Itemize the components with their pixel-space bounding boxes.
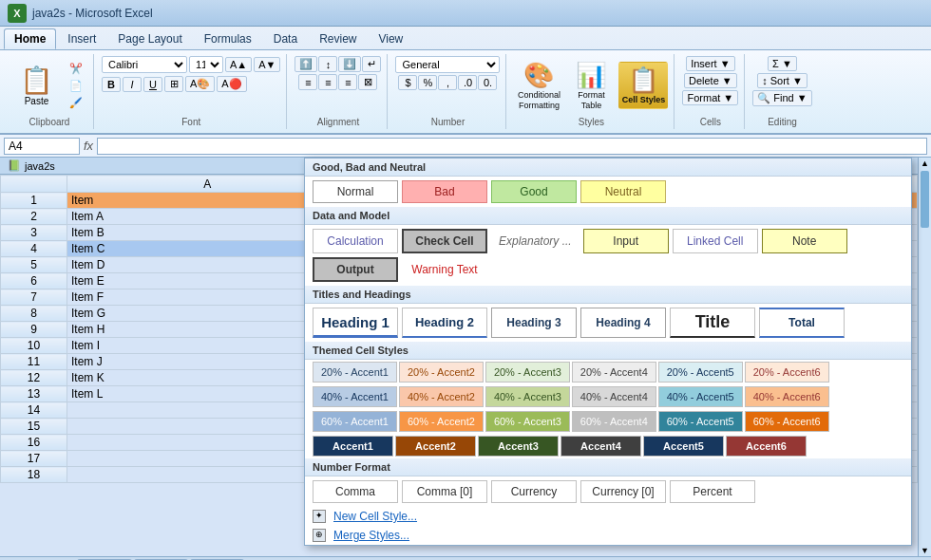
tab-review[interactable]: Review [309,28,367,49]
sort-filter-button[interactable]: ↕️ Sort ▼ [757,73,808,88]
align-middle-button[interactable]: ↕️ [318,56,337,72]
total-style[interactable]: Total [759,308,845,338]
bad-style[interactable]: Bad [402,180,487,203]
warning-text-style[interactable]: Warning Text [402,257,487,282]
accent3-20-style[interactable]: 20% - Accent3 [485,362,570,383]
tab-view[interactable]: View [368,28,413,49]
align-bottom-button[interactable]: ⬇️ [338,56,361,72]
vertical-scrollbar[interactable]: ▲ ▼ [918,158,931,556]
increase-decimal-button[interactable]: .0 [458,75,477,90]
accent4-60-style[interactable]: 60% - Accent4 [572,411,656,432]
accent2-20-style[interactable]: 20% - Accent2 [399,362,484,383]
comma-format-button[interactable]: , [438,75,457,90]
output-style[interactable]: Output [313,257,398,282]
calculation-style[interactable]: Calculation [313,229,398,253]
neutral-style[interactable]: Neutral [580,180,666,203]
percent-format-button[interactable]: % [418,75,437,90]
scroll-thumb[interactable] [921,171,929,228]
fill-color-button[interactable]: A🎨 [185,76,215,92]
decrease-font-button[interactable]: A▼ [254,57,280,72]
percent-num-style[interactable]: Percent [670,480,755,503]
tab-page-layout[interactable]: Page Layout [107,28,192,49]
wrap-text-button[interactable]: ↵ [362,56,381,72]
tab-home[interactable]: Home [4,28,56,49]
input-style[interactable]: Input [583,229,669,253]
accent1-style[interactable]: Accent1 [313,436,393,457]
cell-styles-button[interactable]: 📋 Cell Styles [618,62,668,109]
sum-button[interactable]: Σ ▼ [768,56,797,71]
currency-num-style[interactable]: Currency [491,480,577,503]
heading1-style[interactable]: Heading 1 [313,308,398,338]
accent5-60-style[interactable]: 60% - Accent5 [658,411,743,432]
comma0-num-style[interactable]: Comma [0] [402,480,487,503]
accent5-40-style[interactable]: 40% - Accent5 [658,386,743,407]
accent6-40-style[interactable]: 40% - Accent6 [745,386,829,407]
format-table-button[interactable]: 📊 Format Table [566,57,616,115]
border-button[interactable]: ⊞ [164,76,183,92]
check-cell-style[interactable]: Check Cell [402,229,487,253]
accent6-20-style[interactable]: 20% - Accent6 [745,362,829,383]
align-left-button[interactable]: ≡ [298,74,317,90]
heading4-style[interactable]: Heading 4 [580,308,666,338]
font-name-select[interactable]: Calibri [102,56,187,73]
copy-button[interactable]: 📄 [65,78,87,94]
note-style[interactable]: Note [762,229,847,253]
currency-format-button[interactable]: $ [398,75,417,90]
number-format-select[interactable]: General [395,56,500,73]
underline-button[interactable]: U [143,77,162,92]
scroll-down-button[interactable]: ▼ [919,545,931,556]
title-style[interactable]: Title [670,308,755,338]
comma-num-style[interactable]: Comma [313,480,398,503]
normal-style[interactable]: Normal [313,180,398,203]
cut-button[interactable]: ✂️ [65,61,87,77]
decrease-decimal-button[interactable]: 0. [478,75,497,90]
accent5-style[interactable]: Accent5 [643,436,724,457]
accent6-60-style[interactable]: 60% - Accent6 [745,411,829,432]
find-select-button[interactable]: 🔍 Find ▼ [752,90,811,106]
font-color-button[interactable]: A🔴 [217,76,246,92]
align-center-button[interactable]: ≡ [318,74,337,90]
italic-button[interactable]: I [123,77,142,92]
bold-button[interactable]: B [102,77,121,92]
heading3-style[interactable]: Heading 3 [491,308,577,338]
accent4-40-style[interactable]: 40% - Accent4 [572,386,656,407]
ribbon-content: 📋 Paste ✂️ 📄 🖌️ Clipboard Calibri [0,49,931,133]
merge-button[interactable]: ⊠ [358,74,377,90]
format-painter-button[interactable]: 🖌️ [65,95,87,111]
delete-button[interactable]: Delete ▼ [684,73,737,88]
increase-font-button[interactable]: A▲ [225,57,252,72]
font-size-select[interactable]: 11 [189,56,223,73]
accent3-60-style[interactable]: 60% - Accent3 [485,411,570,432]
insert-button[interactable]: Insert ▼ [686,56,734,71]
paste-button[interactable]: 📋 Paste [11,60,62,111]
accent3-style[interactable]: Accent3 [478,436,559,457]
currency0-num-style[interactable]: Currency [0] [580,480,666,503]
tab-formulas[interactable]: Formulas [194,28,262,49]
accent2-40-style[interactable]: 40% - Accent2 [399,386,484,407]
accent4-style[interactable]: Accent4 [560,436,641,457]
accent2-style[interactable]: Accent2 [395,436,476,457]
accent6-style[interactable]: Accent6 [726,436,807,457]
accent1-60-style[interactable]: 60% - Accent1 [313,411,397,432]
accent4-20-style[interactable]: 20% - Accent4 [572,362,656,383]
conditional-formatting-button[interactable]: 🎨 Conditional Formatting [514,57,563,115]
format-button[interactable]: Format ▼ [682,90,738,105]
align-right-button[interactable]: ≡ [338,74,357,90]
tab-insert[interactable]: Insert [57,28,106,49]
tab-data[interactable]: Data [263,28,308,49]
formula-input[interactable] [97,138,927,155]
heading2-style[interactable]: Heading 2 [402,308,487,338]
merge-styles-link[interactable]: Merge Styles... [333,529,409,542]
accent1-20-style[interactable]: 20% - Accent1 [313,362,397,383]
accent1-40-style[interactable]: 40% - Accent1 [313,386,397,407]
linked-cell-style[interactable]: Linked Cell [673,229,758,253]
scroll-up-button[interactable]: ▲ [919,158,931,169]
explanatory-style[interactable]: Explanatory ... [491,229,580,253]
accent3-40-style[interactable]: 40% - Accent3 [485,386,570,407]
align-top-button[interactable]: ⬆️ [294,56,317,72]
name-box[interactable] [4,138,80,155]
accent2-60-style[interactable]: 60% - Accent2 [399,411,484,432]
good-style[interactable]: Good [491,180,577,203]
accent5-20-style[interactable]: 20% - Accent5 [658,362,743,383]
new-cell-style-link[interactable]: New Cell Style... [333,510,417,523]
